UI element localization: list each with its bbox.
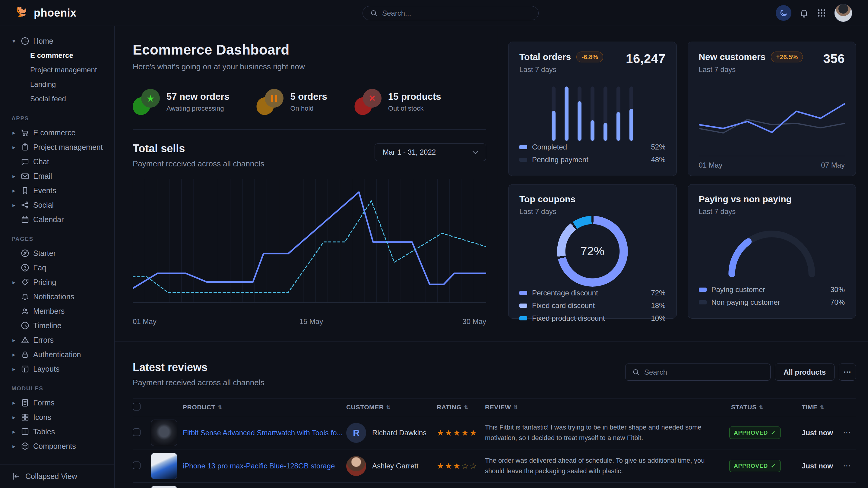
caret-right-icon: ▸ (11, 173, 17, 180)
sidebar-item-members[interactable]: Members (11, 304, 114, 318)
row-more-button[interactable]: ⋯ (838, 461, 856, 470)
paying-legend: Paying customer 30% Non-paying customer … (699, 283, 845, 308)
sidebar-item-layouts[interactable]: ▸Layouts (11, 362, 114, 376)
column-header-product[interactable]: PRODUCT⇅ (151, 403, 346, 411)
global-search-input[interactable] (382, 9, 531, 18)
theme-toggle-button[interactable] (776, 5, 792, 21)
reviews-search-input[interactable] (644, 368, 764, 377)
box-icon (21, 442, 30, 451)
legend-swatch (519, 303, 527, 308)
legend-row-paying-customer: Paying customer 30% (699, 283, 845, 296)
legend-label: Pending payment (532, 156, 646, 164)
sidebar-item-label: Errors (33, 336, 54, 345)
sidebar-item-landing[interactable]: Landing (11, 77, 114, 92)
layout-icon (21, 364, 30, 373)
user-avatar[interactable] (834, 4, 852, 22)
search-icon (370, 9, 378, 17)
sidebar-item-timeline[interactable]: Timeline (11, 318, 114, 333)
row-checkbox[interactable] (133, 428, 141, 436)
sidebar-item-events[interactable]: ▸Events (11, 183, 114, 198)
rating-stars: ★★★☆☆ (437, 461, 485, 471)
caret-down-icon: ▾ (11, 38, 17, 44)
legend-label: Percentage discount (532, 289, 646, 297)
sidebar-item-chat[interactable]: Chat (11, 154, 114, 169)
sidebar-item-components[interactable]: ▸Components (11, 439, 114, 453)
sort-icon: ⇅ (386, 404, 391, 411)
sidebar-item-label: Social (33, 201, 54, 209)
legend-row-fixed-product-discount: Fixed product discount 10% (519, 312, 665, 325)
dashboard-cards: Total orders -6.8% Last 7 days 16,247 Co… (508, 42, 856, 328)
column-header-rating[interactable]: RATING⇅ (437, 403, 485, 411)
column-header-customer[interactable]: CUSTOMER⇅ (346, 403, 437, 411)
total-sells-title: Total sells (133, 142, 264, 155)
sort-icon: ⇅ (218, 404, 222, 411)
legend-label: Fixed card discount (532, 301, 646, 310)
select-all-checkbox[interactable] (133, 403, 141, 411)
question-icon (21, 263, 30, 272)
x-tick: 01 May (133, 317, 157, 326)
sidebar-item-icons[interactable]: ▸Icons (11, 410, 114, 424)
sidebar-item-e-commerce[interactable]: E commerce (11, 48, 114, 63)
apps-grid-button[interactable] (817, 8, 826, 18)
product-thumbnail (151, 486, 177, 488)
nav-section-apps: APPS (11, 115, 114, 122)
x-tick: 07 May (821, 161, 845, 169)
order-bar (629, 87, 633, 141)
product-link[interactable]: Fitbit Sense Advanced Smartwatch with To… (183, 428, 343, 438)
new-customers-title: New customers (699, 52, 766, 62)
columns-icon (21, 427, 30, 436)
sidebar-item-project-management[interactable]: ▸Project management (11, 140, 114, 154)
sidebar-item-label: Icons (33, 413, 51, 422)
x-tick: 30 May (462, 317, 486, 326)
caret-right-icon: ▸ (11, 279, 17, 286)
sidebar-item-e-commerce[interactable]: ▸E commerce (11, 125, 114, 140)
sidebar-item-pricing[interactable]: ▸Pricing (11, 275, 114, 289)
reviews-table: PRODUCT⇅CUSTOMER⇅RATING⇅REVIEW⇅STATUS⇅TI… (133, 398, 856, 488)
sidebar: ▾HomeE commerceProject managementLanding… (0, 26, 115, 488)
sidebar-item-faq[interactable]: Faq (11, 260, 114, 275)
rating-stars: ★★★★★ (437, 428, 485, 438)
sidebar-item-project-management[interactable]: Project management (11, 63, 114, 77)
date-range-select[interactable]: Mar 1 - 31, 2022 (375, 143, 486, 161)
sidebar-item-email[interactable]: ▸Email (11, 169, 114, 183)
sidebar-item-notifications[interactable]: Notifications (11, 289, 114, 304)
collapsed-view-label: Collapsed View (25, 472, 77, 481)
order-bar (578, 87, 582, 141)
sidebar-item-home[interactable]: ▾Home (11, 34, 114, 48)
sidebar-item-forms[interactable]: ▸Forms (11, 395, 114, 410)
legend-row-pending-payment: Pending payment 48% (519, 154, 665, 166)
date-range-value: Mar 1 - 31, 2022 (383, 148, 436, 157)
column-header-status[interactable]: STATUS⇅ (729, 403, 796, 411)
top-coupons-legend: Percentage discount 72% Fixed card disco… (519, 287, 665, 325)
sidebar-item-authentication[interactable]: ▸Authentication (11, 347, 114, 362)
column-header-time[interactable]: TIME⇅ (796, 403, 838, 411)
review-text: This Fitbit is fantastic! I was trying t… (485, 418, 714, 448)
collapsed-view-toggle[interactable]: Collapsed View (0, 464, 114, 488)
column-header-review[interactable]: REVIEW⇅ (485, 403, 729, 411)
brand-logo[interactable]: phoenix (14, 5, 76, 21)
product-link[interactable]: iPhone 13 pro max-Pacific Blue-128GB sto… (183, 461, 335, 471)
latest-reviews-title: Latest reviews (133, 361, 264, 374)
sidebar-item-social-feed[interactable]: Social feed (11, 92, 114, 106)
sidebar-item-errors[interactable]: ▸Errors (11, 333, 114, 347)
all-products-button[interactable]: All products (775, 363, 835, 381)
legend-swatch (699, 288, 707, 292)
sidebar-item-calendar[interactable]: Calendar (11, 212, 114, 227)
sidebar-item-label: Authentication (33, 350, 81, 359)
legend-row-percentage-discount: Percentage discount 72% (519, 287, 665, 299)
sidebar-item-starter[interactable]: Starter (11, 246, 114, 260)
legend-swatch (519, 291, 527, 295)
notifications-button[interactable] (799, 8, 809, 18)
reviews-more-button[interactable]: ⋯ (839, 363, 856, 381)
row-checkbox[interactable] (133, 461, 141, 469)
product-thumbnail (151, 420, 177, 446)
users-icon (21, 306, 30, 316)
table-row: iPhone 13 pro max-Pacific Blue-128GB sto… (133, 449, 856, 483)
row-more-button[interactable]: ⋯ (838, 428, 856, 437)
caret-right-icon: ▸ (11, 399, 17, 406)
stat-label: Awating processing (166, 105, 229, 112)
caret-right-icon: ▸ (11, 337, 17, 344)
sidebar-item-social[interactable]: ▸Social (11, 198, 114, 212)
sidebar-item-tables[interactable]: ▸Tables (11, 424, 114, 439)
stats-divider (133, 129, 486, 130)
